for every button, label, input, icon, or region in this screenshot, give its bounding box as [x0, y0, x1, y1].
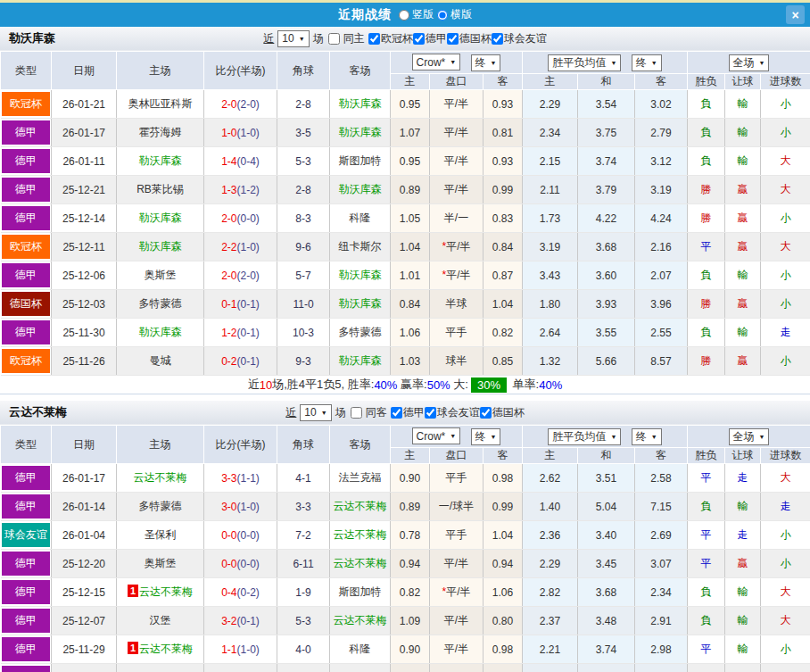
team-section: 云达不莱梅 近 10 ▼ 场 同客 德甲球会友谊德国杯: [0, 401, 810, 672]
team-link[interactable]: 霍芬海姆: [139, 126, 182, 138]
mean-select[interactable]: 胜平负均值▼: [548, 54, 621, 71]
score-cell: 0-1(0-1): [204, 290, 277, 319]
mean-away: 2.07: [635, 261, 688, 290]
odds-handicap: *平/半: [430, 578, 484, 607]
fullmatch-select[interactable]: 全场▼: [729, 54, 770, 71]
team-link[interactable]: 科隆: [350, 643, 371, 655]
odds-home: 0.78: [391, 521, 430, 550]
team-link[interactable]: 汉堡: [150, 614, 171, 626]
same-venue-checkbox[interactable]: [351, 407, 362, 419]
result-goals: 大: [761, 233, 810, 261]
team-link[interactable]: 勒沃库森: [139, 212, 182, 224]
odds-away: 0.85: [484, 347, 523, 376]
league-filter[interactable]: 欧冠杯: [368, 31, 413, 46]
team-link[interactable]: 圣保利: [145, 528, 177, 541]
star-mark: *: [442, 240, 446, 253]
team-link[interactable]: 多特蒙德: [139, 500, 182, 512]
team-link[interactable]: 勒沃库森: [339, 354, 382, 367]
team-link[interactable]: 云达不莱梅: [334, 500, 387, 512]
league-checkbox[interactable]: [391, 407, 402, 419]
match-row: 德甲25-12-06奥斯堡2-0(2-0)5-7勒沃库森1.01*平/半0.87…: [1, 261, 810, 290]
layout-vertical-radio[interactable]: [399, 10, 409, 21]
col-odds-host: 主: [391, 74, 430, 90]
league-type-cell: 德甲: [1, 176, 52, 204]
home-team: 奥斯堡: [117, 550, 204, 578]
odds-handicap: 平/半: [430, 550, 484, 578]
league-type-cell: 德甲: [1, 261, 52, 290]
team-link[interactable]: 斯图加特: [339, 154, 382, 167]
final-select[interactable]: 终▼: [471, 428, 501, 445]
team-link[interactable]: RB莱比锡: [136, 183, 184, 195]
odds-away: 0.93: [484, 147, 523, 176]
result-wdl: 負: [688, 261, 725, 290]
team-link[interactable]: 多特蒙德: [339, 326, 382, 338]
same-venue-filter[interactable]: 同客: [351, 405, 387, 420]
team-link[interactable]: 曼城: [150, 354, 171, 367]
near-link[interactable]: 近: [263, 31, 274, 46]
team-link[interactable]: 纽卡斯尔: [339, 240, 382, 253]
close-button[interactable]: ×: [786, 5, 805, 24]
same-venue-filter[interactable]: 同主: [328, 31, 365, 46]
league-badge: 德甲: [2, 552, 51, 576]
league-filter[interactable]: 德国杯: [480, 405, 525, 420]
same-venue-checkbox[interactable]: [328, 33, 340, 45]
team-link[interactable]: 云达不莱梅: [334, 614, 387, 626]
odds-home: 1.01: [391, 261, 430, 290]
odds-home: 1.09: [391, 607, 430, 635]
team-link[interactable]: 云达不莱梅: [134, 471, 187, 484]
mean-away: 2.34: [635, 578, 688, 607]
team-link[interactable]: 奥斯堡: [145, 557, 177, 569]
final-select[interactable]: 终▼: [471, 54, 501, 71]
team-link[interactable]: 勒沃库森: [339, 183, 382, 195]
result-goals: 小: [761, 204, 810, 233]
league-checkbox[interactable]: [447, 33, 459, 45]
team-link[interactable]: 奥林匹亚科斯: [128, 97, 193, 110]
team-link[interactable]: 斯图加特: [339, 585, 382, 598]
team-link[interactable]: 奥斯堡: [145, 269, 177, 281]
league-filter[interactable]: 球会友谊: [425, 405, 480, 420]
final-select-2[interactable]: 终▼: [632, 54, 662, 71]
full-score: 1-2: [221, 327, 236, 339]
team-link[interactable]: 科隆: [350, 212, 371, 224]
match-count-select[interactable]: 10 ▼: [300, 404, 331, 421]
layout-vertical-option[interactable]: 竖版: [399, 7, 434, 22]
team-link[interactable]: 勒沃库森: [139, 154, 182, 167]
company-select[interactable]: Crow*▼: [412, 427, 461, 444]
match-count-select[interactable]: 10 ▼: [277, 30, 309, 47]
team-link[interactable]: 勒沃库森: [339, 126, 382, 138]
league-filter[interactable]: 德甲: [413, 31, 447, 46]
company-select[interactable]: Crow*▼: [412, 54, 461, 71]
mean-draw: 3.40: [578, 521, 635, 550]
layout-horizontal-option[interactable]: 横版: [437, 7, 472, 22]
team-link[interactable]: 云达不莱梅: [334, 557, 387, 569]
final-select-2[interactable]: 终▼: [632, 428, 662, 445]
near-link[interactable]: 近: [285, 405, 296, 420]
team-link[interactable]: 勒沃库森: [139, 326, 182, 338]
team-link[interactable]: 云达不莱梅: [139, 643, 193, 655]
team-link[interactable]: 勒沃库森: [339, 297, 382, 310]
league-checkbox[interactable]: [368, 33, 380, 45]
mean-select[interactable]: 胜平负均值▼: [548, 428, 621, 445]
league-checkbox[interactable]: [413, 33, 425, 45]
league-filter[interactable]: 德甲: [391, 405, 425, 420]
team-link[interactable]: 勒沃库森: [339, 97, 382, 110]
league-badge: 球会友谊: [2, 523, 51, 547]
layout-horizontal-radio[interactable]: [437, 10, 448, 21]
team-link[interactable]: 勒沃库森: [339, 269, 382, 281]
team-link[interactable]: 法兰克福: [339, 471, 382, 484]
summary-segment: 单率:: [509, 377, 539, 393]
team-link[interactable]: 多特蒙德: [139, 297, 182, 310]
team-link[interactable]: 云达不莱梅: [334, 528, 387, 541]
fullmatch-select[interactable]: 全场▼: [729, 428, 770, 445]
summary-segment: 大:: [450, 377, 468, 393]
league-checkbox[interactable]: [492, 33, 503, 45]
team-link[interactable]: 勒沃库森: [139, 240, 182, 253]
team-link[interactable]: 云达不莱梅: [139, 585, 193, 598]
league-filter[interactable]: 球会友谊: [492, 31, 547, 46]
league-filter[interactable]: 德国杯: [447, 31, 492, 46]
match-row: 德甲26-01-11勒沃库森1-4(0-4)5-3斯图加特0.95平/半0.93…: [1, 147, 810, 176]
league-checkbox[interactable]: [480, 407, 492, 419]
half-score: (2-0): [237, 270, 260, 282]
league-checkbox[interactable]: [425, 407, 436, 419]
odds-away: 1.04: [484, 290, 523, 319]
